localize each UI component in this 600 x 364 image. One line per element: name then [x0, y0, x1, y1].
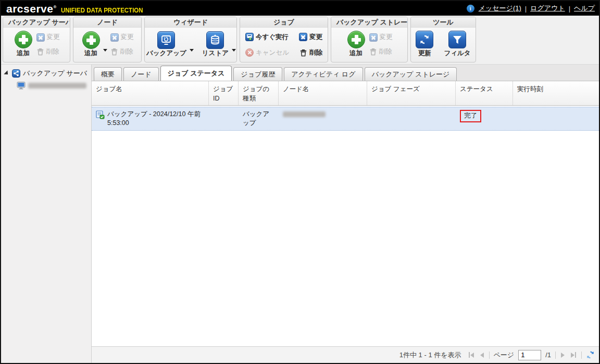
- backup-server-delete-button[interactable]: 削除: [36, 47, 60, 56]
- page-total: /1: [545, 351, 551, 359]
- group-wizard-title: ウィザード: [145, 17, 236, 28]
- cell-job-phase: [367, 107, 456, 130]
- group-backup-server-title: バックアップ サーバ: [3, 17, 70, 28]
- tab-job-history[interactable]: ジョブ履歴: [233, 67, 282, 81]
- backup-server-add-button[interactable]: 追加: [14, 29, 33, 60]
- cell-run-time: [513, 107, 599, 130]
- column-header-run-time[interactable]: 実行時刻: [513, 81, 599, 105]
- info-icon: i: [467, 5, 474, 12]
- pagination-separator: [489, 352, 490, 359]
- node-modify-button[interactable]: 変更: [110, 33, 134, 42]
- cell-job-id: [209, 107, 239, 130]
- backup-storage-add-button[interactable]: 追加: [346, 29, 366, 60]
- status-completed-annotation: 完了: [460, 110, 481, 122]
- help-link[interactable]: ヘルプ: [574, 4, 595, 13]
- trash-icon: [299, 48, 307, 57]
- column-header-job-name[interactable]: ジョブ名: [92, 81, 209, 105]
- modify-icon: [369, 33, 378, 42]
- navigation-tree: バックアップ サーバ: [1, 65, 92, 363]
- restore-wizard-icon: [206, 31, 224, 49]
- logo-subtitle: UNIFIED DATA PROTECTION: [61, 7, 143, 14]
- page-input[interactable]: [518, 350, 541, 360]
- node-name-redacted: [283, 111, 326, 117]
- tree-root-label: バックアップ サーバ: [23, 69, 87, 78]
- page-label: ページ: [494, 350, 515, 360]
- computer-icon: [17, 82, 26, 90]
- add-icon: [15, 31, 32, 48]
- column-header-job-phase[interactable]: ジョブ フェーズ: [367, 81, 456, 105]
- tools-filter-button[interactable]: フィルタ: [443, 29, 471, 60]
- run-now-icon: [245, 33, 254, 41]
- tab-activity-log[interactable]: アクティビティ ログ: [284, 67, 362, 81]
- cell-status: 完了: [456, 107, 513, 130]
- node-delete-button[interactable]: 削除: [110, 47, 134, 56]
- grid-refresh-button[interactable]: [586, 350, 595, 359]
- logout-link[interactable]: ログアウト: [530, 4, 565, 13]
- pagination-summary: 1件中 1 - 1 件を表示: [399, 350, 461, 360]
- group-tools: ツール 更新 フィルタ: [410, 17, 476, 62]
- wizard-restore-button[interactable]: リストア: [201, 30, 230, 60]
- pagination-bar: 1件中 1 - 1 件を表示 ページ /1: [92, 346, 599, 363]
- link-separator: |: [569, 5, 570, 12]
- modify-icon: [299, 33, 307, 41]
- wizard-restore-dropdown-caret[interactable]: [232, 49, 236, 52]
- cell-job-type: バックアップ: [239, 107, 279, 130]
- backup-server-modify-button[interactable]: 変更: [36, 33, 60, 42]
- backup-storage-modify-button[interactable]: 変更: [369, 33, 393, 42]
- top-bar: arcserve® UNIFIED DATA PROTECTION i メッセー…: [1, 1, 599, 16]
- tab-backup-storage[interactable]: バックアップ ストレージ: [365, 67, 457, 81]
- trash-icon: [110, 47, 118, 56]
- previous-page-button[interactable]: [479, 352, 485, 359]
- modify-icon: [36, 33, 45, 42]
- group-backup-server: バックアップ サーバ 追加 変更 削除: [3, 17, 70, 62]
- app-window: arcserve® UNIFIED DATA PROTECTION i メッセー…: [0, 0, 600, 364]
- pagination-separator: [555, 352, 556, 359]
- logo-text: arcserve®: [6, 3, 57, 14]
- messages-link[interactable]: メッセージ(1): [479, 4, 521, 13]
- group-job-title: ジョブ: [240, 17, 328, 28]
- backup-server-tree-icon: [12, 69, 20, 78]
- group-backup-storage: バックアップ ストレージ 追加 変更 削除: [331, 17, 408, 62]
- tree-node-backup-server[interactable]: バックアップ サーバ: [3, 69, 89, 78]
- wizard-backup-button[interactable]: バックアップ: [145, 30, 188, 60]
- column-header-job-id[interactable]: ジョブ ID: [209, 81, 239, 105]
- tab-nodes[interactable]: ノード: [123, 67, 159, 81]
- tree-expand-caret[interactable]: [4, 70, 9, 76]
- table-row[interactable]: バックアップ - 2024/12/10 午前 5:53:00 バックアップ 完了: [92, 107, 599, 131]
- job-cancel-button[interactable]: キャンセル: [245, 48, 289, 57]
- top-links: i メッセージ(1) | ログアウト | ヘルプ: [467, 4, 595, 13]
- backup-storage-delete-button[interactable]: 削除: [369, 47, 393, 56]
- group-node: ノード 追加 変更 削除: [73, 17, 142, 62]
- add-icon: [82, 31, 100, 49]
- trash-icon: [36, 47, 44, 56]
- trash-icon: [369, 47, 377, 56]
- wizard-backup-dropdown-caret[interactable]: [190, 49, 194, 52]
- tree-node-server-item[interactable]: [17, 82, 89, 90]
- group-node-title: ノード: [73, 17, 141, 28]
- refresh-grid-icon: [586, 350, 595, 359]
- job-modify-button[interactable]: 変更: [299, 33, 322, 42]
- column-header-status[interactable]: ステータス: [456, 81, 513, 105]
- job-delete-button[interactable]: 削除: [299, 48, 322, 57]
- server-name-redacted: [28, 83, 86, 89]
- column-header-job-type[interactable]: ジョブの種類: [239, 81, 279, 105]
- ribbon-toolbar: バックアップ サーバ 追加 変更 削除: [1, 16, 599, 65]
- tab-job-status[interactable]: ジョブ ステータス: [160, 66, 232, 81]
- registered-mark: ®: [53, 5, 56, 9]
- backup-job-icon: [96, 110, 105, 119]
- refresh-icon: [416, 31, 433, 48]
- last-page-button[interactable]: [570, 351, 577, 359]
- next-page-button[interactable]: [560, 352, 566, 359]
- brand-logo: arcserve® UNIFIED DATA PROTECTION: [6, 3, 150, 14]
- tab-overview[interactable]: 概要: [94, 67, 122, 81]
- node-add-button[interactable]: 追加: [81, 30, 101, 60]
- table-header: ジョブ名 ジョブ ID ジョブの種類 ノード名 ジョブ フェーズ ステータス 実…: [92, 81, 599, 106]
- link-separator: |: [525, 5, 527, 12]
- tools-refresh-button[interactable]: 更新: [415, 29, 434, 60]
- column-header-node-name[interactable]: ノード名: [279, 81, 367, 105]
- add-icon: [347, 31, 365, 48]
- job-run-now-button[interactable]: 今すぐ実行: [245, 33, 289, 42]
- node-add-dropdown-caret[interactable]: [103, 49, 107, 52]
- first-page-button[interactable]: [468, 351, 475, 359]
- modify-icon: [110, 33, 119, 42]
